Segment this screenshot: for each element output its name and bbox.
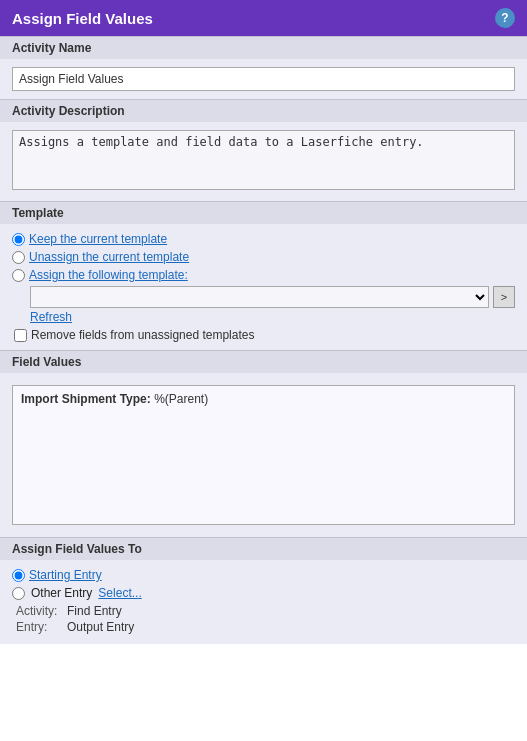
- template-keep-radio[interactable]: [12, 233, 25, 246]
- other-entry-label[interactable]: Other Entry: [31, 586, 92, 600]
- header-title: Assign Field Values: [12, 10, 153, 27]
- activity-name-input[interactable]: [12, 67, 515, 91]
- assign-to-section-header: Assign Field Values To: [0, 537, 527, 560]
- header: Assign Field Values ?: [0, 0, 527, 36]
- template-assign-radio[interactable]: [12, 269, 25, 282]
- remove-fields-label[interactable]: Remove fields from unassigned templates: [31, 328, 254, 342]
- select-link[interactable]: Select...: [98, 586, 141, 600]
- field-value-val: %(Parent): [154, 392, 208, 406]
- activity-description-section-header: Activity Description: [0, 99, 527, 122]
- entry-info-row: Entry: Output Entry: [16, 620, 515, 634]
- template-section-header: Template: [0, 201, 527, 224]
- activity-name-section-header: Activity Name: [0, 36, 527, 59]
- other-entry-radio[interactable]: [12, 587, 25, 600]
- template-arrow-button[interactable]: >: [493, 286, 515, 308]
- assign-to-section: Starting Entry Other Entry Select... Act…: [0, 560, 527, 644]
- activity-name-section: [0, 59, 527, 99]
- template-unassign-label[interactable]: Unassign the current template: [29, 250, 189, 264]
- activity-info-value: Find Entry: [67, 604, 122, 618]
- remove-fields-row: Remove fields from unassigned templates: [14, 328, 515, 342]
- activity-description-section: [0, 122, 527, 201]
- entry-info-value: Output Entry: [67, 620, 134, 634]
- starting-entry-radio[interactable]: [12, 569, 25, 582]
- field-values-section: Import Shipment Type: %(Parent): [0, 373, 527, 537]
- other-entry-row: Other Entry Select...: [12, 586, 515, 600]
- template-assign-label[interactable]: Assign the following template:: [29, 268, 188, 282]
- starting-entry-row: Starting Entry: [12, 568, 515, 582]
- entry-info-label: Entry:: [16, 620, 61, 634]
- activity-info-row: Activity: Find Entry: [16, 604, 515, 618]
- template-dropdown-row: >: [30, 286, 515, 308]
- template-section: Keep the current template Unassign the c…: [0, 224, 527, 350]
- field-value-key: Import Shipment Type:: [21, 392, 151, 406]
- template-select[interactable]: [30, 286, 489, 308]
- field-values-box[interactable]: Import Shipment Type: %(Parent): [12, 385, 515, 525]
- field-values-section-header: Field Values: [0, 350, 527, 373]
- template-unassign-row: Unassign the current template: [12, 250, 515, 264]
- activity-description-textarea[interactable]: [12, 130, 515, 190]
- template-assign-row: Assign the following template:: [12, 268, 515, 282]
- template-keep-row: Keep the current template: [12, 232, 515, 246]
- remove-fields-checkbox[interactable]: [14, 329, 27, 342]
- template-keep-label[interactable]: Keep the current template: [29, 232, 167, 246]
- field-value-entry: Import Shipment Type: %(Parent): [21, 392, 506, 406]
- refresh-link[interactable]: Refresh: [30, 310, 515, 324]
- template-unassign-radio[interactable]: [12, 251, 25, 264]
- help-button[interactable]: ?: [495, 8, 515, 28]
- starting-entry-label[interactable]: Starting Entry: [29, 568, 102, 582]
- activity-info-label: Activity:: [16, 604, 61, 618]
